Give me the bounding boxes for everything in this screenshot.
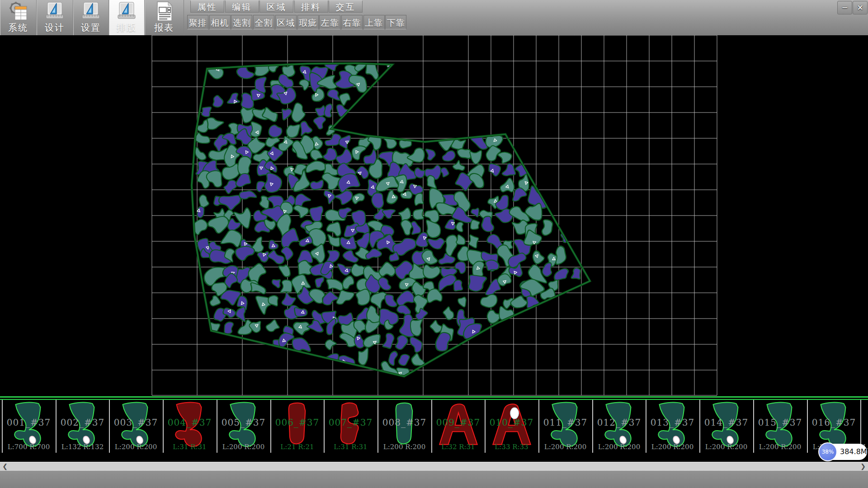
piece-lr-label: L:21 R:21 — [271, 443, 323, 451]
piece-lr-label: L:200 R:200 — [378, 443, 430, 451]
piece-id-label: 013_#37 — [646, 417, 698, 428]
menu-region[interactable]: 区域 — [259, 0, 293, 13]
piece-thumbnail[interactable]: 012_#37L:200 R:200 — [592, 400, 645, 453]
menu-properties[interactable]: 属性 — [190, 0, 224, 13]
tool-snap-left[interactable]: 左靠 — [319, 15, 340, 29]
mode-button-settings[interactable]: 设置 — [73, 0, 109, 35]
piece-thumbnail[interactable]: 004_#37L:31 R:31 — [163, 400, 216, 453]
settings-ruler-icon — [80, 1, 101, 22]
tool-cluster-nest[interactable]: 聚排 — [187, 15, 208, 29]
mode-label: 报表 — [154, 22, 174, 33]
piece-thumbnail[interactable]: 003_#37L:200 R:200 — [109, 400, 162, 453]
report-doc-icon — [154, 1, 175, 22]
piece-thumbnail[interactable]: 009_#37L:32 R:31 — [431, 400, 484, 453]
nesting-canvas[interactable] — [0, 35, 868, 396]
scroll-left-icon[interactable]: ❮ — [0, 462, 10, 471]
memory-badge: 38% 384.8M — [819, 444, 867, 460]
piece-id-label: 011_#37 — [539, 417, 591, 428]
progress-circle: 38% — [818, 442, 837, 461]
tool-region[interactable]: 区域 — [275, 15, 297, 29]
piece-lr-label: L:200 R:200 — [593, 443, 645, 451]
mode-label: 排版 — [117, 22, 137, 33]
piece-id-label: 008_#37 — [378, 417, 430, 428]
toolbar: 系统设计设置排版报表 属性编辑区域排料交互 聚排相机选割全割区域瑕疵左靠右靠上靠… — [0, 0, 868, 36]
piece-id-label: 003_#37 — [110, 417, 162, 428]
piece-lr-label: L:200 R:200 — [217, 443, 269, 451]
piece-id-label: 007_#37 — [325, 417, 377, 428]
mode-label: 系统 — [8, 22, 28, 33]
tool-select-cut[interactable]: 选割 — [231, 15, 252, 29]
memory-value: 384.8M — [840, 444, 867, 460]
tool-cut-all[interactable]: 全割 — [253, 15, 274, 29]
application-window: { "window": { "minimize_glyph": "─", "cl… — [0, 0, 868, 488]
mode-label: 设计 — [45, 22, 65, 33]
piece-id-label: 012_#37 — [593, 417, 645, 428]
piece-thumbnail[interactable]: 006_#37L:21 R:21 — [270, 400, 323, 453]
status-bar — [0, 471, 868, 488]
design-ruler-icon — [44, 1, 65, 22]
piece-id-label: 009_#37 — [432, 417, 484, 428]
nesting-ruler-icon — [116, 1, 137, 22]
piece-thumbnail[interactable]: 005_#37L:200 R:200 — [217, 400, 269, 453]
piece-id-label: 015_#37 — [754, 417, 806, 428]
mode-label: 设置 — [81, 22, 101, 33]
tool-defect[interactable]: 瑕疵 — [297, 15, 319, 29]
piece-id-label: 016_#37 — [808, 417, 860, 428]
piece-id-label: 010_#37 — [486, 417, 538, 428]
piece-lr-label: L:200 R:200 — [646, 443, 698, 451]
piece-thumbnail[interactable]: 008_#37L:200 R:200 — [377, 400, 430, 453]
piece-thumbnail[interactable]: 001_#37L:700 R:700 — [2, 400, 55, 453]
piece-lr-label: L:33 R:33 — [486, 443, 538, 451]
piece-lr-label: L:700 R:700 — [3, 443, 55, 451]
piece-thumbnail-strip: 001_#37L:700 R:700002_#37L:132 R:132003_… — [0, 400, 868, 453]
piece-lr-label: L:200 R:200 — [700, 443, 752, 451]
piece-id-label: 014_#37 — [700, 417, 752, 428]
tool-camera[interactable]: 相机 — [209, 15, 231, 29]
minimize-button[interactable]: ─ — [837, 1, 852, 14]
tool-snap-right[interactable]: 右靠 — [341, 15, 363, 29]
piece-thumbnail[interactable]: 002_#37L:132 R:132 — [56, 400, 108, 453]
menu-edit[interactable]: 编辑 — [225, 0, 259, 13]
system-gear-icon — [8, 1, 28, 22]
piece-id-label: 002_#37 — [57, 417, 108, 428]
piece-lr-label: L:32 R:31 — [432, 443, 484, 451]
nesting-canvas-svg — [0, 35, 868, 396]
piece-lr-label: L:200 R:200 — [110, 443, 162, 451]
piece-lr-label: L:200 R:200 — [754, 443, 806, 451]
piece-lr-label: L:31 R:31 — [164, 443, 216, 451]
nested-pieces — [191, 55, 585, 385]
scroll-right-icon[interactable]: ❯ — [858, 462, 868, 471]
piece-thumbnail[interactable]: 011_#37L:200 R:200 — [538, 400, 591, 453]
piece-thumbnail[interactable]: 013_#37L:200 R:200 — [646, 400, 698, 453]
piece-id-label: 001_#37 — [3, 417, 55, 428]
piece-id-label: 004_#37 — [164, 417, 216, 428]
piece-thumbnail[interactable]: 007_#37L:31 R:31 — [324, 400, 377, 453]
strip-separator — [0, 396, 868, 400]
piece-lr-label: L:31 R:31 — [325, 443, 377, 451]
tool-snap-bottom[interactable]: 下靠 — [385, 15, 406, 29]
piece-lr-label: L:200 R:200 — [539, 443, 591, 451]
piece-thumbnail[interactable]: 015_#37L:200 R:200 — [753, 400, 806, 453]
piece-thumbnail[interactable]: 010_#37L:33 R:33 — [485, 400, 538, 453]
piece-id-label: 006_#37 — [271, 417, 323, 428]
tool-snap-top[interactable]: 上靠 — [363, 15, 385, 29]
horizontal-scrollbar[interactable]: ❮ ❯ — [0, 462, 868, 471]
piece-lr-label: L:132 R:132 — [57, 443, 108, 451]
menu-interact[interactable]: 交互 — [329, 0, 363, 13]
mode-button-report[interactable]: 报表 — [145, 0, 184, 35]
mode-button-system[interactable]: 系统 — [0, 0, 37, 35]
mode-button-nesting[interactable]: 排版 — [109, 0, 145, 35]
close-button[interactable]: ✕ — [853, 1, 868, 14]
piece-id-label: 005_#37 — [217, 417, 269, 428]
piece-thumbnail[interactable]: 014_#37L:200 R:200 — [699, 400, 752, 453]
menu-nesting[interactable]: 排料 — [294, 0, 328, 13]
mode-button-design[interactable]: 设计 — [37, 0, 73, 35]
